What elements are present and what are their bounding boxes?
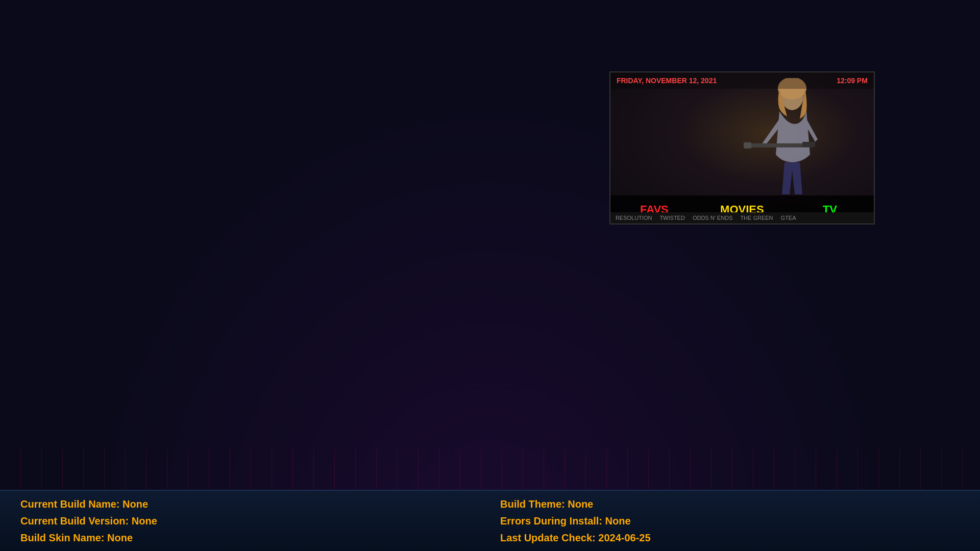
- svg-rect-3: [744, 142, 751, 148]
- subnav-5: GTEA: [781, 215, 796, 221]
- svg-rect-4: [802, 142, 815, 147]
- current-version-label: Current Build Version:: [20, 515, 129, 527]
- skin-value: None: [107, 532, 133, 543]
- last-update-value: 2024-06-25: [598, 532, 650, 543]
- theme-label: Build Theme:: [500, 498, 565, 510]
- subnav-2: TWISTED: [659, 215, 685, 221]
- errors-label: Errors During Install:: [500, 515, 602, 527]
- preview-time: 12:09 PM: [837, 77, 868, 85]
- skin-label: Build Skin Name:: [20, 532, 104, 543]
- subnav-1: RESOLUTION: [616, 215, 652, 221]
- preview-figure: [731, 78, 843, 195]
- errors-value: None: [605, 515, 631, 527]
- preview-overlay: FRIDAY, NOVEMBER 12, 2021 12:09 PM: [610, 72, 874, 89]
- subnav-4: THE GREEN: [740, 215, 773, 221]
- status-bar: Current Build Name: None Current Build V…: [0, 490, 980, 551]
- theme-value: None: [568, 498, 593, 510]
- subnav-3: ODDS N' ENDS: [693, 215, 733, 221]
- current-version-value: None: [132, 515, 157, 527]
- current-build-value: None: [122, 498, 148, 510]
- preview-image: FRIDAY, NOVEMBER 12, 2021 12:09 PM FAVS …: [609, 71, 875, 224]
- preview-date: FRIDAY, NOVEMBER 12, 2021: [617, 77, 717, 85]
- preview-subnav: RESOLUTION TWISTED ODDS N' ENDS THE GREE…: [610, 212, 874, 223]
- current-build-label: Current Build Name:: [20, 498, 119, 510]
- last-update-label: Last Update Check:: [500, 532, 596, 543]
